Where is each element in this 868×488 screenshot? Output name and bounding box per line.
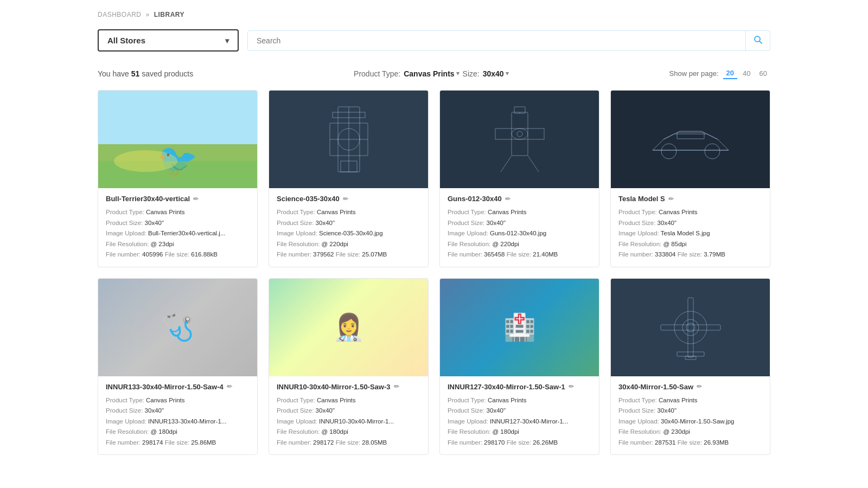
size-value: 30x40 <box>483 69 504 78</box>
search-bar <box>247 30 770 51</box>
per-page-control: Show per page: 20 40 60 <box>669 68 770 79</box>
product-image-3 <box>611 91 770 188</box>
saved-suffix: saved products <box>139 69 193 78</box>
edit-icon[interactable]: ✏ <box>227 383 232 390</box>
product-card[interactable]: 🐦 Bull-Terrier30x40-vertical ✏ Product T… <box>98 90 258 267</box>
product-card[interactable]: 🩺 INNUR133-30x40-Mirror-1.50-Saw-4 ✏ Pro… <box>98 278 258 455</box>
product-card[interactable]: Science-035-30x40 ✏ Product Type: Canvas… <box>269 90 429 267</box>
svg-rect-17 <box>677 132 704 139</box>
product-name: Bull-Terrier30x40-vertical <box>106 195 190 203</box>
store-selector[interactable]: All Stores ▾ <box>98 29 239 52</box>
edit-icon[interactable]: ✏ <box>193 195 199 203</box>
product-name: Science-035-30x40 <box>277 195 340 203</box>
svg-point-15 <box>661 144 676 159</box>
filter-bar: You have 51 saved products Product Type:… <box>98 68 770 79</box>
products-grid: 🐦 Bull-Terrier30x40-vertical ✏ Product T… <box>98 90 770 455</box>
per-page-60[interactable]: 60 <box>756 68 770 79</box>
breadcrumb-current: LIBRARY <box>154 11 184 18</box>
product-card[interactable]: Tesla Model S ✏ Product Type: Canvas Pri… <box>610 90 770 267</box>
product-card[interactable]: 30x40-Mirror-1.50-Saw ✏ Product Type: Ca… <box>610 278 770 455</box>
product-name: Tesla Model S <box>618 195 665 203</box>
svg-point-22 <box>682 319 699 336</box>
product-image-0: 🐦 <box>98 91 257 188</box>
product-image-7 <box>611 279 770 376</box>
product-type-filter[interactable]: Canvas Prints ▾ <box>404 69 459 78</box>
product-name: 30x40-Mirror-1.50-Saw <box>618 383 693 391</box>
product-meta-4: Product Type: Canvas Prints Product Size… <box>106 395 250 448</box>
product-type-value: Canvas Prints <box>404 69 454 78</box>
svg-rect-21 <box>661 325 720 330</box>
size-filter[interactable]: 30x40 ▾ <box>483 69 509 78</box>
saved-number: 51 <box>131 69 140 78</box>
product-image-6: 🏥 <box>440 279 599 376</box>
product-meta-6: Product Type: Canvas Prints Product Size… <box>448 395 591 448</box>
svg-point-18 <box>674 311 707 344</box>
product-name: INNUR127-30x40-Mirror-1.50-Saw-1 <box>448 383 565 391</box>
product-title-6: INNUR127-30x40-Mirror-1.50-Saw-1 ✏ <box>448 383 591 391</box>
edit-icon[interactable]: ✏ <box>668 195 674 203</box>
svg-rect-10 <box>495 129 544 139</box>
size-arrow: ▾ <box>506 70 509 77</box>
filter-options: Product Type: Canvas Prints ▾ Size: 30x4… <box>354 69 509 78</box>
product-title-0: Bull-Terrier30x40-vertical ✏ <box>106 195 250 203</box>
edit-icon[interactable]: ✏ <box>697 383 702 390</box>
product-type-label: Product Type: <box>354 69 400 78</box>
saved-count: You have 51 saved products <box>98 69 193 78</box>
store-selector-label: All Stores <box>107 36 145 45</box>
svg-point-19 <box>686 323 695 332</box>
svg-point-12 <box>517 131 522 137</box>
product-info-3: Tesla Model S ✏ Product Type: Canvas Pri… <box>611 188 770 267</box>
search-input[interactable] <box>248 31 745 50</box>
per-page-label: Show per page: <box>669 69 719 78</box>
edit-icon[interactable]: ✏ <box>394 383 399 390</box>
product-title-4: INNUR133-30x40-Mirror-1.50-Saw-4 ✏ <box>106 383 250 391</box>
product-card[interactable]: Guns-012-30x40 ✏ Product Type: Canvas Pr… <box>439 90 599 267</box>
product-image-5: 👩‍⚕️ <box>269 279 428 376</box>
product-info-7: 30x40-Mirror-1.50-Saw ✏ Product Type: Ca… <box>611 376 770 455</box>
product-title-7: 30x40-Mirror-1.50-Saw ✏ <box>618 383 762 391</box>
svg-point-16 <box>705 144 720 159</box>
product-card[interactable]: 👩‍⚕️ INNUR10-30x40-Mirror-1.50-Saw-3 ✏ P… <box>269 278 429 455</box>
size-label: Size: <box>463 69 480 78</box>
search-icon <box>754 35 762 44</box>
product-type-arrow: ▾ <box>456 70 459 77</box>
product-name: INNUR133-30x40-Mirror-1.50-Saw-4 <box>106 383 224 391</box>
product-meta-7: Product Type: Canvas Prints Product Size… <box>618 395 762 448</box>
product-info-5: INNUR10-30x40-Mirror-1.50-Saw-3 ✏ Produc… <box>269 376 428 455</box>
product-image-4: 🩺 <box>98 279 257 376</box>
product-title-2: Guns-012-30x40 ✏ <box>448 195 591 203</box>
edit-icon[interactable]: ✏ <box>569 383 574 390</box>
svg-rect-24 <box>685 356 696 359</box>
per-page-20[interactable]: 20 <box>723 68 737 79</box>
product-meta-3: Product Type: Canvas Prints Product Size… <box>618 207 762 260</box>
edit-icon[interactable]: ✏ <box>343 195 348 203</box>
product-image-1 <box>269 91 428 188</box>
per-page-40[interactable]: 40 <box>739 68 754 79</box>
product-info-1: Science-035-30x40 ✏ Product Type: Canvas… <box>269 188 428 267</box>
search-button[interactable] <box>745 31 770 50</box>
product-image-2 <box>440 91 599 188</box>
edit-icon[interactable]: ✏ <box>505 195 510 203</box>
breadcrumb-dashboard[interactable]: DASHBOARD <box>98 11 142 18</box>
product-info-2: Guns-012-30x40 ✏ Product Type: Canvas Pr… <box>440 188 599 267</box>
product-meta-0: Product Type: Canvas Prints Product Size… <box>106 207 250 260</box>
svg-rect-23 <box>677 352 704 356</box>
product-meta-5: Product Type: Canvas Prints Product Size… <box>277 395 420 448</box>
product-card[interactable]: 🏥 INNUR127-30x40-Mirror-1.50-Saw-1 ✏ Pro… <box>439 278 599 455</box>
per-page-options: 20 40 60 <box>723 68 770 79</box>
product-title-1: Science-035-30x40 ✏ <box>277 195 420 203</box>
svg-point-11 <box>512 129 528 139</box>
product-name: INNUR10-30x40-Mirror-1.50-Saw-3 <box>277 383 391 391</box>
breadcrumb: DASHBOARD » LIBRARY <box>98 11 770 18</box>
product-meta-2: Product Type: Canvas Prints Product Size… <box>448 207 591 260</box>
product-info-0: Bull-Terrier30x40-vertical ✏ Product Typ… <box>98 188 257 267</box>
top-controls: All Stores ▾ <box>98 29 770 52</box>
product-info-6: INNUR127-30x40-Mirror-1.50-Saw-1 ✏ Produ… <box>440 376 599 455</box>
product-title-3: Tesla Model S ✏ <box>618 195 762 203</box>
product-title-5: INNUR10-30x40-Mirror-1.50-Saw-3 ✏ <box>277 383 420 391</box>
breadcrumb-separator: » <box>146 11 150 18</box>
svg-rect-20 <box>688 298 693 357</box>
product-info-4: INNUR133-30x40-Mirror-1.50-Saw-4 ✏ Produ… <box>98 376 257 455</box>
product-name: Guns-012-30x40 <box>448 195 502 203</box>
product-meta-1: Product Type: Canvas Prints Product Size… <box>277 207 420 260</box>
